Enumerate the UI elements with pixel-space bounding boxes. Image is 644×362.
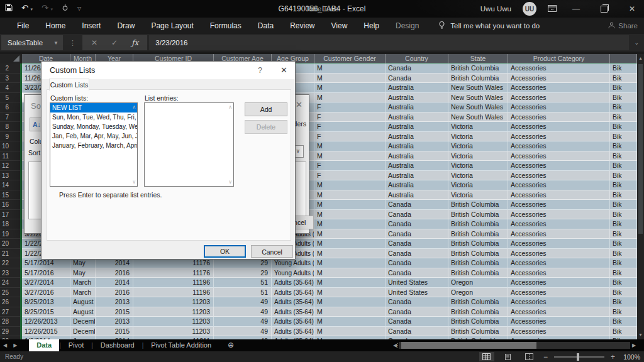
- ribbon-display-options-icon[interactable]: [548, 3, 557, 14]
- cell[interactable]: Accessories: [508, 112, 610, 123]
- cell[interactable]: New South Wales: [448, 112, 508, 123]
- column-header-product-category[interactable]: Product Category: [508, 54, 610, 63]
- cell[interactable]: Accessories: [508, 122, 610, 132]
- cell[interactable]: Accessories: [508, 327, 610, 337]
- normal-view-icon[interactable]: [479, 352, 494, 361]
- listbox-scroll-down-icon[interactable]: ∨: [132, 179, 136, 185]
- cell[interactable]: M: [314, 83, 386, 93]
- row-header[interactable]: 10: [0, 141, 20, 151]
- cell[interactable]: M: [314, 200, 386, 210]
- cell[interactable]: 2013: [96, 317, 133, 327]
- qat-customize-icon[interactable]: ▽: [77, 0, 81, 18]
- cell[interactable]: 49: [214, 297, 272, 307]
- cell[interactable]: Bik: [610, 278, 637, 288]
- cell[interactable]: M: [314, 210, 386, 220]
- cell[interactable]: Oregon: [448, 288, 508, 298]
- cell[interactable]: 49: [214, 317, 272, 327]
- cell[interactable]: August: [70, 307, 96, 317]
- cell[interactable]: 5/17/2016: [22, 268, 70, 278]
- cell[interactable]: 2015: [96, 307, 133, 317]
- cell[interactable]: British Columbia: [448, 74, 508, 84]
- cell[interactable]: Accessories: [508, 268, 610, 278]
- cell[interactable]: Bik: [610, 249, 637, 259]
- vertical-scroll-thumb[interactable]: [638, 64, 643, 234]
- cell[interactable]: United States: [386, 288, 448, 298]
- cell[interactable]: British Columbia: [448, 307, 508, 317]
- custom-list-item[interactable]: Sun, Mon, Tue, Wed, Thu, Fri, Sat: [50, 112, 137, 122]
- cell[interactable]: December: [70, 327, 96, 337]
- column-header-state[interactable]: State: [448, 54, 508, 63]
- cell[interactable]: Canada: [386, 258, 448, 268]
- row-header[interactable]: 26: [0, 297, 20, 307]
- name-box-dropdown-icon[interactable]: ▼: [53, 40, 58, 46]
- ribbon-tab-insert[interactable]: Insert: [74, 18, 109, 34]
- insert-function-icon[interactable]: ƒx: [131, 38, 138, 47]
- cell[interactable]: 5/17/2014: [22, 258, 70, 268]
- cell[interactable]: Bik: [610, 112, 637, 123]
- cell[interactable]: Australia: [386, 171, 448, 181]
- cell[interactable]: 2014: [96, 278, 133, 288]
- cell[interactable]: Accessories: [508, 74, 610, 84]
- cell[interactable]: Accessories: [508, 200, 610, 210]
- cell[interactable]: Accessories: [508, 93, 610, 103]
- new-sheet-icon[interactable]: ⊕: [228, 339, 234, 351]
- cell[interactable]: Canada: [386, 210, 448, 220]
- cell[interactable]: 8/25/2013: [22, 297, 70, 307]
- cell[interactable]: Bik: [610, 219, 637, 229]
- add-button[interactable]: Add: [245, 102, 287, 116]
- cell[interactable]: Bik: [610, 200, 637, 210]
- cell[interactable]: M: [314, 74, 386, 84]
- cell[interactable]: Canada: [386, 307, 448, 317]
- cell[interactable]: Victoria: [448, 151, 508, 162]
- cell[interactable]: M: [314, 93, 386, 103]
- row-header[interactable]: 4: [0, 83, 20, 93]
- scroll-down-icon[interactable]: ▼: [637, 331, 644, 339]
- cell[interactable]: 11203: [133, 297, 214, 307]
- sheet-tab-dashboard[interactable]: Dashboard: [93, 339, 142, 351]
- cell[interactable]: M: [314, 278, 386, 288]
- cell[interactable]: Oregon: [448, 278, 508, 288]
- cell[interactable]: F: [314, 171, 386, 181]
- cell[interactable]: 3/27/2016: [22, 288, 70, 298]
- minimize-button[interactable]: —: [568, 0, 584, 18]
- touch-mode-icon[interactable]: [62, 0, 69, 18]
- select-all-corner[interactable]: [0, 54, 22, 64]
- cell[interactable]: Accessories: [508, 317, 610, 327]
- cell[interactable]: British Columbia: [448, 327, 508, 337]
- custom-list-item[interactable]: NEW LIST: [50, 103, 137, 112]
- cell[interactable]: Bik: [610, 288, 637, 298]
- cell[interactable]: Adults (35-64): [272, 297, 314, 307]
- cell[interactable]: 2016: [96, 288, 133, 298]
- enter-entry-icon[interactable]: ✓: [111, 38, 118, 47]
- name-box[interactable]: SalesTable ▼: [1, 35, 63, 50]
- cell[interactable]: Accessories: [508, 141, 610, 151]
- cell[interactable]: Accessories: [508, 229, 610, 239]
- cell[interactable]: Canada: [386, 74, 448, 84]
- column-header-customer-gender[interactable]: Customer Gender: [314, 54, 386, 63]
- cell[interactable]: Canada: [386, 268, 448, 278]
- cell[interactable]: M: [314, 317, 386, 327]
- cell[interactable]: Bik: [610, 122, 637, 132]
- cell[interactable]: M: [314, 180, 386, 190]
- custom-list-item[interactable]: Sunday, Monday, Tuesday, Wedne: [50, 122, 137, 131]
- zoom-in-icon[interactable]: +: [611, 353, 615, 361]
- cell[interactable]: British Columbia: [448, 297, 508, 307]
- cell[interactable]: Accessories: [508, 278, 610, 288]
- cell[interactable]: British Columbia: [448, 229, 508, 239]
- cell[interactable]: Young Adults (25-34): [272, 268, 314, 278]
- cell[interactable]: 11203: [133, 307, 214, 317]
- cell[interactable]: Victoria: [448, 122, 508, 132]
- row-header[interactable]: 29: [0, 327, 20, 337]
- cell[interactable]: Adults (35-64): [272, 307, 314, 317]
- cell[interactable]: 2016: [96, 268, 133, 278]
- ribbon-tab-formulas[interactable]: Formulas: [202, 18, 250, 34]
- cell[interactable]: Bik: [610, 63, 637, 74]
- cell[interactable]: F: [314, 132, 386, 142]
- cell[interactable]: Bik: [610, 210, 637, 220]
- row-header[interactable]: 20: [0, 239, 20, 249]
- cell[interactable]: Australia: [386, 102, 448, 112]
- cell[interactable]: United States: [386, 278, 448, 288]
- zoom-slider[interactable]: [554, 356, 604, 358]
- ok-button[interactable]: OK: [204, 245, 246, 258]
- cell[interactable]: Accessories: [508, 63, 610, 74]
